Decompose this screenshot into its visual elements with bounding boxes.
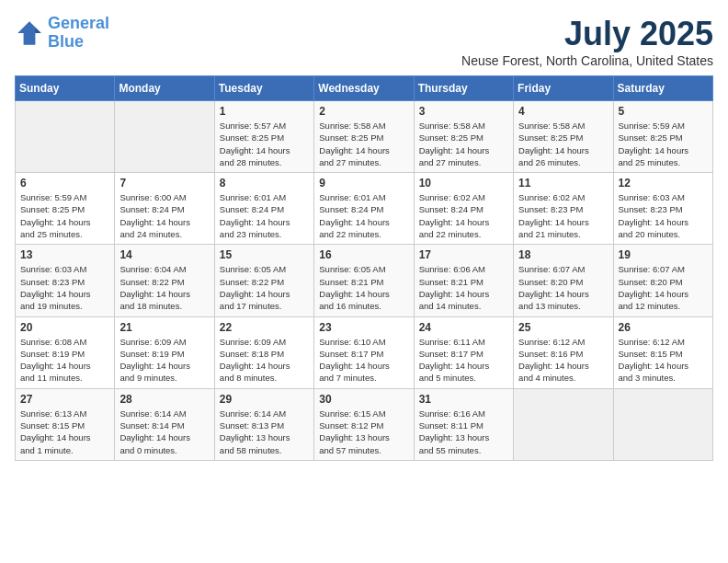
day-info: Sunrise: 6:14 AM Sunset: 8:13 PM Dayligh…	[220, 408, 309, 456]
calendar-cell: 24Sunrise: 6:11 AM Sunset: 8:17 PM Dayli…	[414, 316, 513, 388]
calendar-week-4: 20Sunrise: 6:08 AM Sunset: 8:19 PM Dayli…	[16, 316, 713, 388]
calendar-cell: 10Sunrise: 6:02 AM Sunset: 8:24 PM Dayli…	[414, 173, 513, 245]
calendar-cell: 12Sunrise: 6:03 AM Sunset: 8:23 PM Dayli…	[613, 173, 712, 245]
day-number: 2	[319, 105, 408, 118]
calendar-week-3: 13Sunrise: 6:03 AM Sunset: 8:23 PM Dayli…	[16, 245, 713, 316]
calendar-cell: 17Sunrise: 6:06 AM Sunset: 8:21 PM Dayli…	[414, 245, 513, 316]
weekday-header-saturday: Saturday	[613, 76, 712, 101]
day-info: Sunrise: 6:02 AM Sunset: 8:23 PM Dayligh…	[518, 191, 608, 240]
day-number: 9	[319, 177, 408, 190]
calendar-cell: 4Sunrise: 5:58 AM Sunset: 8:25 PM Daylig…	[514, 101, 613, 173]
day-number: 21	[119, 321, 209, 334]
day-number: 10	[419, 177, 508, 190]
day-info: Sunrise: 6:15 AM Sunset: 8:12 PM Dayligh…	[319, 408, 408, 456]
day-number: 18	[518, 248, 608, 261]
day-number: 25	[518, 321, 608, 334]
calendar-cell: 16Sunrise: 6:05 AM Sunset: 8:21 PM Dayli…	[314, 245, 414, 316]
weekday-header-thursday: Thursday	[414, 76, 513, 101]
day-info: Sunrise: 5:58 AM Sunset: 8:25 PM Dayligh…	[419, 120, 508, 168]
day-info: Sunrise: 6:16 AM Sunset: 8:11 PM Dayligh…	[419, 408, 508, 456]
calendar-cell: 18Sunrise: 6:07 AM Sunset: 8:20 PM Dayli…	[514, 245, 613, 316]
day-info: Sunrise: 6:01 AM Sunset: 8:24 PM Dayligh…	[319, 191, 408, 240]
day-info: Sunrise: 6:08 AM Sunset: 8:19 PM Dayligh…	[20, 336, 109, 385]
day-number: 24	[419, 321, 508, 334]
day-number: 31	[419, 393, 508, 406]
day-number: 5	[619, 105, 708, 118]
day-info: Sunrise: 6:09 AM Sunset: 8:18 PM Dayligh…	[220, 336, 309, 385]
month-title: July 2025	[461, 15, 713, 53]
calendar-week-1: 1Sunrise: 5:57 AM Sunset: 8:25 PM Daylig…	[16, 101, 713, 173]
day-info: Sunrise: 6:03 AM Sunset: 8:23 PM Dayligh…	[619, 191, 708, 240]
day-number: 1	[220, 105, 309, 118]
calendar-cell	[514, 388, 613, 460]
day-info: Sunrise: 6:03 AM Sunset: 8:23 PM Dayligh…	[20, 263, 109, 312]
day-number: 13	[20, 248, 109, 261]
day-info: Sunrise: 6:04 AM Sunset: 8:22 PM Dayligh…	[119, 263, 209, 312]
day-info: Sunrise: 5:59 AM Sunset: 8:25 PM Dayligh…	[20, 191, 109, 240]
logo-icon	[15, 18, 44, 48]
day-number: 26	[619, 321, 708, 334]
day-number: 16	[319, 248, 408, 261]
weekday-header-friday: Friday	[514, 76, 613, 101]
title-block: July 2025 Neuse Forest, North Carolina, …	[461, 15, 713, 68]
weekday-header-row: SundayMondayTuesdayWednesdayThursdayFrid…	[16, 76, 713, 101]
logo: General Blue	[15, 15, 109, 52]
day-number: 7	[119, 177, 209, 190]
day-info: Sunrise: 6:05 AM Sunset: 8:21 PM Dayligh…	[319, 263, 408, 312]
calendar-table: SundayMondayTuesdayWednesdayThursdayFrid…	[15, 75, 713, 461]
day-info: Sunrise: 6:12 AM Sunset: 8:15 PM Dayligh…	[619, 336, 708, 385]
logo-text: General Blue	[48, 15, 109, 52]
day-info: Sunrise: 6:11 AM Sunset: 8:17 PM Dayligh…	[419, 336, 508, 385]
calendar-cell: 11Sunrise: 6:02 AM Sunset: 8:23 PM Dayli…	[514, 173, 613, 245]
calendar-cell: 22Sunrise: 6:09 AM Sunset: 8:18 PM Dayli…	[214, 316, 313, 388]
calendar-cell	[16, 101, 115, 173]
calendar-cell: 6Sunrise: 5:59 AM Sunset: 8:25 PM Daylig…	[16, 173, 115, 245]
calendar-cell: 26Sunrise: 6:12 AM Sunset: 8:15 PM Dayli…	[613, 316, 712, 388]
day-info: Sunrise: 6:09 AM Sunset: 8:19 PM Dayligh…	[119, 336, 209, 385]
day-number: 30	[319, 393, 408, 406]
day-info: Sunrise: 6:13 AM Sunset: 8:15 PM Dayligh…	[20, 408, 109, 456]
day-info: Sunrise: 5:58 AM Sunset: 8:25 PM Dayligh…	[518, 120, 608, 168]
calendar-cell: 1Sunrise: 5:57 AM Sunset: 8:25 PM Daylig…	[214, 101, 313, 173]
day-number: 27	[20, 393, 109, 406]
calendar-cell: 14Sunrise: 6:04 AM Sunset: 8:22 PM Dayli…	[115, 245, 214, 316]
calendar-cell: 5Sunrise: 5:59 AM Sunset: 8:25 PM Daylig…	[613, 101, 712, 173]
day-number: 29	[220, 393, 309, 406]
page-header: General Blue July 2025 Neuse Forest, Nor…	[15, 15, 713, 68]
calendar-cell: 19Sunrise: 6:07 AM Sunset: 8:20 PM Dayli…	[613, 245, 712, 316]
calendar-week-2: 6Sunrise: 5:59 AM Sunset: 8:25 PM Daylig…	[16, 173, 713, 245]
day-info: Sunrise: 6:02 AM Sunset: 8:24 PM Dayligh…	[419, 191, 508, 240]
day-info: Sunrise: 6:12 AM Sunset: 8:16 PM Dayligh…	[518, 336, 608, 385]
day-info: Sunrise: 5:57 AM Sunset: 8:25 PM Dayligh…	[220, 120, 309, 168]
calendar-cell: 29Sunrise: 6:14 AM Sunset: 8:13 PM Dayli…	[214, 388, 313, 460]
logo-general: General	[48, 14, 109, 32]
location-title: Neuse Forest, North Carolina, United Sta…	[461, 53, 713, 68]
calendar-cell: 2Sunrise: 5:58 AM Sunset: 8:25 PM Daylig…	[314, 101, 414, 173]
day-number: 23	[319, 321, 408, 334]
weekday-header-tuesday: Tuesday	[214, 76, 313, 101]
calendar-cell: 7Sunrise: 6:00 AM Sunset: 8:24 PM Daylig…	[115, 173, 214, 245]
day-number: 15	[220, 248, 309, 261]
calendar-cell: 31Sunrise: 6:16 AM Sunset: 8:11 PM Dayli…	[414, 388, 513, 460]
day-info: Sunrise: 5:58 AM Sunset: 8:25 PM Dayligh…	[319, 120, 408, 168]
day-number: 17	[419, 248, 508, 261]
calendar-cell: 30Sunrise: 6:15 AM Sunset: 8:12 PM Dayli…	[314, 388, 414, 460]
day-number: 12	[619, 177, 708, 190]
day-number: 20	[20, 321, 109, 334]
weekday-header-sunday: Sunday	[16, 76, 115, 101]
calendar-cell: 25Sunrise: 6:12 AM Sunset: 8:16 PM Dayli…	[514, 316, 613, 388]
calendar-cell: 27Sunrise: 6:13 AM Sunset: 8:15 PM Dayli…	[16, 388, 115, 460]
day-info: Sunrise: 6:10 AM Sunset: 8:17 PM Dayligh…	[319, 336, 408, 385]
day-number: 11	[518, 177, 608, 190]
calendar-cell: 8Sunrise: 6:01 AM Sunset: 8:24 PM Daylig…	[214, 173, 313, 245]
day-info: Sunrise: 6:05 AM Sunset: 8:22 PM Dayligh…	[220, 263, 309, 312]
calendar-cell: 20Sunrise: 6:08 AM Sunset: 8:19 PM Dayli…	[16, 316, 115, 388]
day-info: Sunrise: 6:00 AM Sunset: 8:24 PM Dayligh…	[119, 191, 209, 240]
day-number: 6	[20, 177, 109, 190]
day-info: Sunrise: 6:07 AM Sunset: 8:20 PM Dayligh…	[619, 263, 708, 312]
calendar-cell: 13Sunrise: 6:03 AM Sunset: 8:23 PM Dayli…	[16, 245, 115, 316]
calendar-cell	[115, 101, 214, 173]
calendar-week-5: 27Sunrise: 6:13 AM Sunset: 8:15 PM Dayli…	[16, 388, 713, 460]
calendar-cell: 21Sunrise: 6:09 AM Sunset: 8:19 PM Dayli…	[115, 316, 214, 388]
day-info: Sunrise: 6:01 AM Sunset: 8:24 PM Dayligh…	[220, 191, 309, 240]
